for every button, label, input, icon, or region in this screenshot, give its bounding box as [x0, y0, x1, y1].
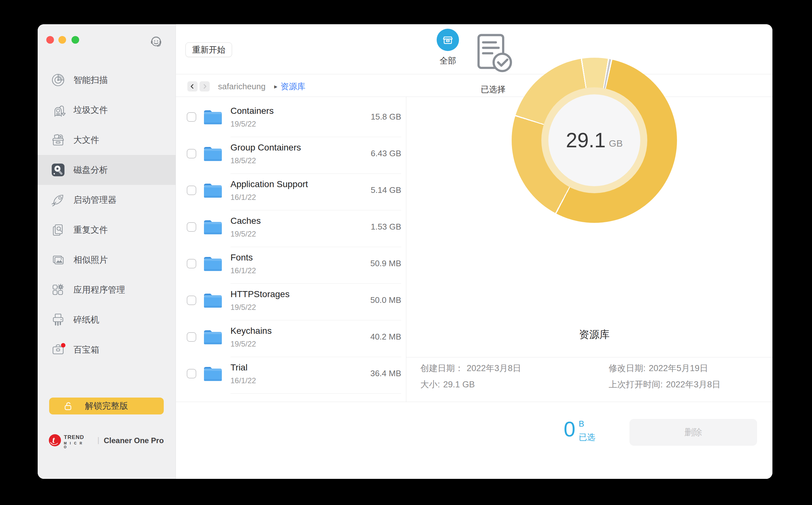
file-name: Containers [230, 106, 273, 116]
sidebar-item-label: 垃圾文件 [74, 95, 108, 125]
sidebar-item-toolbox[interactable]: 百宝箱 [38, 335, 176, 365]
created-date: 创建日期：2022年3月8日 [420, 363, 521, 374]
sidebar-item-label: 智能扫描 [74, 65, 108, 95]
sidebar-item-startup-manager[interactable]: 启动管理器 [38, 185, 176, 215]
file-size: 50.9 MB [370, 259, 401, 269]
row-checkbox[interactable] [187, 369, 196, 378]
file-date: 16/1/22 [230, 266, 256, 275]
delete-button[interactable]: 删除 [629, 419, 757, 446]
file-date: 19/5/22 [230, 120, 256, 129]
table-row[interactable]: Group Containers 18/5/22 6.43 GB [176, 137, 406, 174]
file-size: 1.53 GB [371, 222, 401, 232]
forward-button[interactable] [200, 81, 210, 92]
sidebar-item-disk-analysis[interactable]: 磁盘分析 [38, 155, 176, 185]
restart-button[interactable]: 重新开始 [186, 42, 232, 57]
vacuum-icon [51, 103, 66, 117]
row-checkbox[interactable] [187, 332, 196, 342]
row-checkbox[interactable] [187, 296, 196, 305]
sidebar-item-junk-files[interactable]: 垃圾文件 [38, 95, 176, 125]
breadcrumb-arrow-icon: ▸ [274, 81, 277, 92]
minimize-window-button[interactable] [59, 36, 66, 44]
selected-size-value: 0 [564, 417, 575, 441]
archive-box-icon [437, 29, 459, 51]
support-headset-icon[interactable] [150, 34, 163, 48]
checked-doc-icon [468, 29, 519, 80]
back-button[interactable] [187, 81, 198, 92]
sidebar-item-label: 大文件 [74, 125, 99, 155]
close-window-button[interactable] [46, 36, 54, 44]
sidebar: 智能扫描 垃圾文件 [38, 24, 176, 479]
folder-icon [203, 365, 223, 382]
selected-size-unit: B [579, 419, 584, 429]
file-name: Caches [230, 216, 261, 226]
sidebar-item-label: 相似照片 [74, 245, 108, 275]
file-date: 16/1/22 [230, 376, 256, 385]
row-checkbox[interactable] [187, 186, 196, 195]
sidebar-item-shredder[interactable]: 碎纸机 [38, 305, 176, 335]
sidebar-item-app-manager[interactable]: 应用程序管理 [38, 275, 176, 305]
row-checkbox[interactable] [187, 222, 196, 232]
file-size: 36.4 MB [370, 368, 401, 378]
folder-icon [203, 255, 223, 273]
breadcrumb-item-user[interactable]: safaricheung [218, 81, 265, 92]
total-size-value: 29.1 [566, 129, 606, 152]
sidebar-item-big-files[interactable]: 大文件 [38, 125, 176, 155]
file-size: 50.0 MB [370, 295, 401, 305]
sidebar-item-label: 重复文件 [74, 215, 108, 245]
breadcrumb-item-library[interactable]: 资源库 [280, 81, 306, 92]
donut-center: 29.1 GB [548, 95, 640, 186]
folder-icon [203, 328, 223, 346]
file-date: 16/1/22 [230, 193, 256, 202]
sidebar-item-label: 应用程序管理 [74, 275, 125, 305]
unlock-full-version-button[interactable]: 解锁完整版 [49, 397, 164, 414]
sidebar-item-label: 百宝箱 [74, 335, 99, 365]
row-checkbox[interactable] [187, 259, 196, 269]
file-size: 15.8 GB [371, 112, 401, 122]
file-date: 18/5/22 [230, 156, 256, 165]
folder-icon [203, 218, 223, 236]
file-date: 19/5/22 [230, 340, 256, 348]
zoom-window-button[interactable] [72, 36, 79, 44]
info-divider [406, 357, 773, 357]
box-icon [51, 133, 66, 147]
table-row[interactable]: Keychains 19/5/22 40.2 MB [176, 320, 406, 357]
product-name: Cleaner One Pro [104, 436, 164, 445]
main-area: 重新开始 全部 已选择 [176, 24, 773, 479]
file-date: 19/5/22 [230, 229, 256, 238]
sidebar-item-smart-scan[interactable]: 智能扫描 [38, 65, 176, 95]
folder-icon [203, 181, 223, 199]
brand-divider: | [97, 436, 99, 445]
row-checkbox[interactable] [187, 149, 196, 158]
sidebar-item-label: 磁盘分析 [74, 155, 108, 185]
modified-date: 修改日期:2022年5月19日 [609, 363, 708, 374]
table-row[interactable]: Trial 16/1/22 36.4 MB [176, 357, 406, 394]
app-window: 智能扫描 垃圾文件 [38, 24, 773, 479]
table-row[interactable]: Fonts 16/1/22 50.9 MB [176, 247, 406, 284]
photos-icon [51, 252, 66, 267]
file-name: HTTPStorages [230, 289, 289, 299]
folder-icon [203, 291, 223, 309]
table-row[interactable]: HTTPStorages 19/5/22 50.0 MB [176, 284, 406, 320]
sidebar-item-duplicate-files[interactable]: 重复文件 [38, 215, 176, 245]
file-size: 5.14 GB [371, 185, 401, 195]
disk-magnifier-icon [51, 163, 66, 177]
table-row[interactable]: Caches 19/5/22 1.53 GB [176, 210, 406, 247]
apps-gear-icon [51, 283, 66, 297]
disk-usage-donut-chart: 29.1 GB [512, 58, 677, 223]
size-info: 大小:29.1 GB [420, 379, 475, 390]
trend-micro-wordmark: TREND M I C R O [64, 434, 84, 449]
file-size: 40.2 MB [370, 332, 401, 342]
table-row[interactable]: Application Support 16/1/22 5.14 GB [176, 174, 406, 210]
table-row[interactable]: Containers 19/5/22 15.8 GB [176, 101, 406, 137]
list-panel-divider [406, 97, 406, 402]
tab-all[interactable]: 全部 [422, 29, 473, 66]
folder-icon [203, 108, 223, 126]
breadcrumb: safaricheung ▸ 资源库 [176, 74, 773, 97]
row-checkbox[interactable] [187, 112, 196, 122]
last-opened-info: 上次打开时间:2022年3月8日 [609, 379, 721, 390]
trend-micro-logo-icon: t [49, 434, 61, 446]
sidebar-item-similar-photos[interactable]: 相似照片 [38, 245, 176, 275]
folder-icon [203, 145, 223, 163]
sidebar-item-label: 碎纸机 [74, 305, 99, 335]
file-name: Trial [230, 362, 247, 373]
